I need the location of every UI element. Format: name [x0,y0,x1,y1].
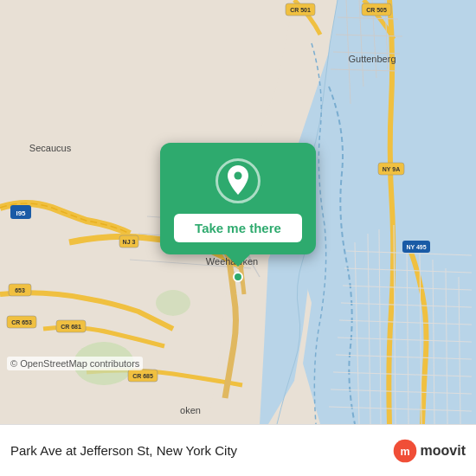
svg-text:CR 505: CR 505 [366,7,387,13]
svg-text:NY 495: NY 495 [406,244,426,250]
svg-text:I95: I95 [16,209,26,217]
location-pin-icon [225,165,251,196]
svg-point-38 [156,290,190,316]
svg-text:CR 681: CR 681 [61,324,81,330]
svg-text:m: m [400,445,409,457]
location-label: Park Ave at Jefferson St, New York City [10,443,386,458]
moovit-text: moovit [421,443,466,459]
take-me-there-button[interactable]: Take me there [174,214,302,242]
svg-text:CR 685: CR 685 [132,373,153,379]
svg-text:CR 653: CR 653 [11,319,32,325]
svg-text:Guttenberg: Guttenberg [348,54,396,64]
moovit-icon: m [393,439,417,463]
map-container: I95 NJ 3 653 CR 653 CR 681 CR 685 CR 501… [0,0,476,424]
moovit-logo: m moovit [393,439,466,463]
svg-text:NJ 3: NJ 3 [123,239,136,245]
svg-text:NY 9A: NY 9A [383,166,401,172]
svg-point-63 [234,273,242,281]
location-icon-wrap [215,158,261,203]
attribution-text: © OpenStreetMap contributors [7,357,143,370]
bottom-bar: Park Ave at Jefferson St, New York City … [0,424,476,476]
popup-card: Take me there [160,143,316,254]
svg-text:653: 653 [15,287,25,293]
svg-text:CR 501: CR 501 [290,7,311,13]
svg-point-64 [235,172,242,180]
svg-text:Secaucus: Secaucus [29,143,72,153]
svg-text:oken: oken [180,405,201,415]
